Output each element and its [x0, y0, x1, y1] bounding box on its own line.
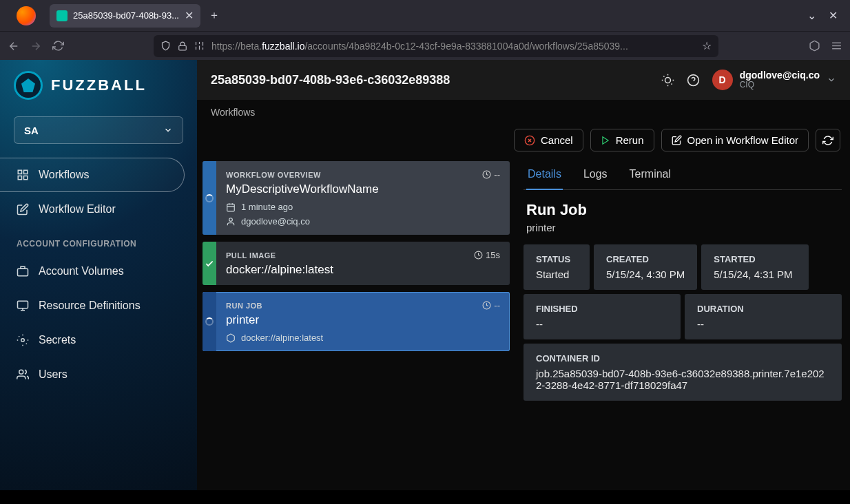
- sidebar-item-label: Account Volumes: [39, 265, 124, 277]
- tab-terminal[interactable]: Terminal: [628, 161, 672, 189]
- user-org: CIQ: [740, 81, 820, 90]
- browser-chrome: 25a85039-bd07-408b-93... ✕ ＋ ⌄ ✕ https:/…: [0, 0, 850, 60]
- calendar-icon: [226, 202, 236, 212]
- stat-status: STATUS Started: [524, 244, 590, 290]
- cancel-icon: [524, 135, 535, 146]
- sidebar-item-resource-definitions[interactable]: Resource Definitions: [0, 288, 197, 323]
- tab-title: 25a85039-bd07-408b-93...: [73, 10, 179, 21]
- help-icon[interactable]: [687, 74, 700, 87]
- steps-column: WORKFLOW OVERVIEW -- MyDescriptiveWorkfl…: [203, 161, 510, 482]
- sidebar-item-secrets[interactable]: Secrets: [0, 323, 197, 357]
- sidebar: FUZZBALL SA Workflows Workflow Editor AC…: [0, 60, 197, 490]
- svg-point-18: [21, 339, 25, 342]
- reload-button[interactable]: [51, 40, 65, 52]
- permissions-icon[interactable]: [194, 41, 205, 51]
- play-icon: [601, 136, 610, 145]
- tabs-dropdown-icon[interactable]: ⌄: [807, 9, 816, 22]
- sidebar-item-label: Workflows: [39, 169, 90, 181]
- content: WORKFLOW OVERVIEW -- MyDescriptiveWorkfl…: [197, 161, 850, 490]
- new-tab-button[interactable]: ＋: [209, 8, 220, 23]
- user-email: dgodlove@ciq.co: [740, 70, 820, 81]
- sidebar-item-workflow-editor[interactable]: Workflow Editor: [0, 192, 197, 227]
- org-selector-value: SA: [24, 125, 39, 136]
- step-run-job[interactable]: RUN JOB -- printer docker://alpine:lates…: [203, 292, 510, 351]
- stat-grid: STATUS Started CREATED 5/15/24, 4:30 PM …: [524, 240, 842, 405]
- breadcrumb[interactable]: Workflows: [197, 100, 850, 125]
- svg-line-23: [663, 76, 664, 76]
- volumes-icon: [17, 265, 29, 277]
- tab-logs[interactable]: Logs: [582, 161, 609, 189]
- svg-line-24: [671, 83, 672, 84]
- close-tab-icon[interactable]: ✕: [185, 9, 194, 22]
- url-bar[interactable]: https://beta.fuzzball.io/accounts/4ba982…: [154, 35, 718, 57]
- refresh-button[interactable]: [816, 129, 840, 151]
- step-image: docker://alpine:latest: [241, 333, 323, 343]
- status-stripe-running: [203, 292, 216, 351]
- app-menu-icon[interactable]: [829, 40, 843, 52]
- sidebar-item-label: Resource Definitions: [39, 300, 141, 312]
- status-stripe-success: [203, 242, 216, 285]
- sidebar-item-label: Secrets: [39, 334, 76, 346]
- sidebar-item-label: Workflow Editor: [39, 203, 116, 216]
- nav-bar: https://beta.fuzzball.io/accounts/4ba982…: [0, 31, 850, 60]
- firefox-icon: [17, 6, 36, 25]
- extensions-icon[interactable]: [807, 40, 821, 52]
- step-user: dgodlove@ciq.co: [241, 216, 310, 227]
- forward-button[interactable]: [29, 40, 43, 52]
- cube-icon: [226, 333, 236, 343]
- svg-point-20: [665, 77, 670, 83]
- step-workflow-overview[interactable]: WORKFLOW OVERVIEW -- MyDescriptiveWorkfl…: [203, 161, 510, 235]
- step-title: docker://alpine:latest: [226, 263, 500, 277]
- chevron-down-icon: [827, 75, 836, 85]
- cancel-button[interactable]: Cancel: [514, 129, 583, 151]
- user-icon: [226, 217, 236, 227]
- sidebar-item-account-volumes[interactable]: Account Volumes: [0, 254, 197, 288]
- tab-details[interactable]: Details: [526, 161, 563, 190]
- svg-rect-13: [18, 176, 21, 180]
- stat-container-id: CONTAINER ID job.25a85039-bd07-408b-93e6…: [524, 344, 842, 401]
- step-duration: --: [482, 169, 500, 180]
- detail-subtitle: printer: [526, 222, 839, 233]
- step-title: printer: [226, 313, 500, 327]
- svg-rect-10: [18, 170, 21, 174]
- actions-row: Cancel Rerun Open in Workflow Editor: [197, 125, 850, 161]
- refresh-icon: [822, 135, 833, 146]
- theme-toggle-icon[interactable]: [661, 74, 674, 87]
- open-editor-button[interactable]: Open in Workflow Editor: [661, 129, 809, 151]
- step-label: WORKFLOW OVERVIEW: [226, 171, 321, 179]
- topbar: 25a85039-bd07-408b-93e6-c36032e89388 D d…: [197, 60, 850, 100]
- svg-rect-12: [24, 176, 28, 180]
- secrets-icon: [17, 334, 29, 346]
- app: FUZZBALL SA Workflows Workflow Editor AC…: [0, 60, 850, 490]
- logo-text: FUZZBALL: [51, 76, 147, 94]
- bookmark-icon[interactable]: ☆: [702, 39, 712, 52]
- detail-column: Details Logs Terminal Run Job printer ST…: [510, 161, 842, 482]
- spinner-icon: [205, 194, 214, 202]
- tab-bar: 25a85039-bd07-408b-93... ✕ ＋ ⌄ ✕: [0, 0, 850, 31]
- step-label: PULL IMAGE: [226, 251, 276, 260]
- window-close-icon[interactable]: ✕: [829, 9, 838, 22]
- svg-point-38: [229, 218, 233, 221]
- sidebar-section-header: ACCOUNT CONFIGURATION: [0, 227, 197, 254]
- step-duration: --: [482, 300, 500, 311]
- url-text: https://beta.fuzzball.io/accounts/4ba982…: [211, 41, 628, 52]
- logo-badge-icon: [14, 71, 43, 100]
- browser-tab[interactable]: 25a85039-bd07-408b-93... ✕: [50, 4, 200, 28]
- detail-tabs: Details Logs Terminal: [524, 161, 842, 190]
- logo[interactable]: FUZZBALL: [0, 71, 197, 112]
- rerun-button[interactable]: Rerun: [590, 129, 654, 151]
- stat-created: CREATED 5/15/24, 4:30 PM: [594, 244, 697, 290]
- org-selector[interactable]: SA: [14, 116, 183, 144]
- svg-rect-11: [24, 170, 28, 174]
- tab-favicon: [56, 10, 68, 21]
- svg-rect-34: [227, 204, 235, 211]
- svg-rect-14: [18, 269, 28, 276]
- sidebar-item-users[interactable]: Users: [0, 357, 197, 392]
- chevron-down-icon: [163, 125, 173, 135]
- sidebar-item-workflows[interactable]: Workflows: [0, 158, 185, 192]
- avatar: D: [712, 70, 733, 90]
- user-menu[interactable]: D dgodlove@ciq.co CIQ: [712, 70, 836, 90]
- back-button[interactable]: [7, 40, 21, 52]
- step-pull-image[interactable]: PULL IMAGE 15s docker://alpine:latest: [203, 242, 510, 285]
- step-title: MyDescriptiveWorkflowName: [226, 182, 500, 196]
